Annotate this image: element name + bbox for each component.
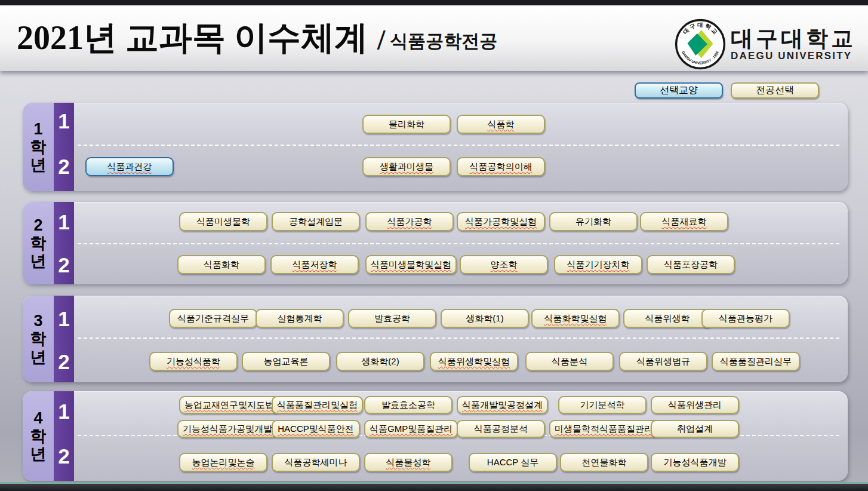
semester-number-2: 2 — [54, 154, 74, 179]
course-button[interactable]: 식품관능평가 — [701, 309, 790, 328]
course-label: 농업논리및논술 — [192, 457, 255, 468]
course-button[interactable]: 식품분석 — [525, 352, 614, 371]
semester-number-1: 1 — [54, 399, 74, 424]
course-button[interactable]: 기능성식품개발 — [651, 453, 739, 472]
course-button[interactable]: 공학설계입문 — [272, 212, 360, 231]
course-button[interactable]: 식품GMP및품질관리 — [364, 420, 458, 438]
semester-number-2: 2 — [54, 444, 74, 469]
legend-label: 전공선택 — [756, 84, 794, 97]
semester-number-1: 1 — [54, 109, 74, 134]
course-button[interactable]: 식품기준규격실무 — [169, 309, 257, 328]
course-button[interactable]: 식품저장학 — [270, 255, 359, 274]
course-label: 기능성식품개발 — [664, 457, 727, 468]
course-label: 기능성식품학 — [167, 356, 220, 367]
year-label-2: 2학년 — [23, 202, 54, 284]
logo-korean-name: 대구대학교 — [731, 27, 856, 51]
course-button[interactable]: 농업논리및논술 — [179, 453, 267, 472]
course-label: 생활과미생물 — [380, 161, 433, 173]
course-label: 식품품질관리실무 — [720, 356, 792, 367]
course-button[interactable]: 식품개발및공정설계 — [457, 396, 548, 414]
course-button[interactable]: 유기화학 — [549, 212, 638, 231]
course-button[interactable]: 식품미생물학 — [179, 212, 267, 231]
course-button[interactable]: 발효공학 — [348, 309, 436, 328]
course-label: 식품가공학 — [387, 216, 432, 228]
course-button[interactable]: 식품공정분석 — [457, 420, 545, 438]
semester-divider-line — [78, 145, 839, 146]
course-label: 식품물성학 — [386, 457, 431, 468]
course-button[interactable]: HACCP및식품안전 — [272, 420, 360, 438]
course-button[interactable]: 양조학 — [460, 255, 548, 274]
course-label: 식품저장학 — [293, 259, 337, 271]
course-button[interactable]: 식품가공학및실험 — [457, 212, 545, 231]
course-label: 농업교재연구및지도법 — [184, 400, 274, 411]
course-button[interactable]: 식품기기장치학 — [554, 255, 642, 274]
course-button[interactable]: 실험통계학 — [256, 309, 344, 328]
course-label: 식품위생관리 — [668, 400, 722, 411]
course-button[interactable]: 식품미생물학및실험 — [365, 255, 457, 274]
course-button[interactable]: 식품공학의이해 — [457, 157, 545, 176]
course-label: 식품개발및공정설계 — [462, 400, 543, 411]
course-button[interactable]: 식품위생법규 — [619, 352, 707, 371]
course-label: 식품위생학및실험 — [438, 356, 510, 367]
course-label: 식품관능평가 — [719, 313, 772, 324]
semester-number-2: 2 — [54, 349, 74, 375]
course-label: 식품공학의이해 — [470, 161, 533, 173]
course-button[interactable]: HACCP 실무 — [469, 453, 557, 472]
course-label: 식품화학 — [204, 259, 239, 271]
course-button[interactable]: 식품위생관리 — [651, 396, 739, 414]
course-button[interactable]: 기능성식품가공및개발 — [177, 420, 278, 438]
course-label: 식품기기장치학 — [567, 259, 630, 271]
course-button[interactable]: 식품재료학 — [640, 212, 728, 231]
course-label: 식품공정분석 — [474, 424, 528, 435]
year-label-1: 1학년 — [23, 103, 54, 191]
course-button[interactable]: 생활과미생물 — [362, 157, 451, 176]
course-button[interactable]: 식품학 — [457, 115, 545, 134]
course-button[interactable]: 식품물성학 — [364, 453, 453, 472]
course-button[interactable]: 기기분석학 — [558, 396, 647, 414]
course-label: 식품미생물학 — [196, 216, 250, 228]
page-subtitle-major: 식품공학전공 — [390, 29, 497, 54]
course-button[interactable]: 천연물화학 — [560, 453, 648, 472]
course-button[interactable]: 식품공학세미나 — [272, 453, 360, 472]
university-seal-icon: 대 구 대 학 교 DAEGU UNIVERSITY · 1956 — [675, 19, 726, 70]
course-button[interactable]: 식품품질관리실무 — [712, 352, 800, 371]
course-button[interactable]: 농업교육론 — [242, 352, 330, 371]
legend-label: 선택교양 — [660, 84, 698, 97]
course-button[interactable]: 식품품질관리및실험 — [272, 396, 363, 414]
course-button[interactable]: 식품화학및실험 — [531, 309, 620, 328]
course-button[interactable]: 생화학(2) — [336, 352, 424, 371]
course-label: 생화학(1) — [466, 313, 503, 324]
course-button[interactable]: 식품위생학및실험 — [430, 352, 518, 371]
legend-major-elective-button[interactable]: 전공선택 — [731, 82, 819, 99]
course-label: 식품기준규격실무 — [177, 313, 249, 324]
course-button[interactable]: 물리화학 — [362, 115, 451, 134]
legend-elective-liberal-button[interactable]: 선택교양 — [635, 82, 723, 99]
course-button[interactable]: 취업설계 — [651, 420, 739, 438]
course-label: 식품위생학 — [645, 313, 690, 324]
course-label: 식품포장공학 — [664, 259, 718, 271]
course-button[interactable]: 식품위생학 — [623, 309, 712, 328]
course-button[interactable]: 미생물학적식품품질관리 — [549, 420, 658, 438]
course-label: 식품위생법규 — [636, 356, 690, 367]
course-button[interactable]: 식품포장공학 — [647, 255, 735, 274]
course-label: 기능성식품가공및개발 — [183, 424, 272, 435]
course-button[interactable]: 농업교재연구및지도법 — [179, 396, 279, 414]
course-button[interactable]: 식품화학 — [177, 255, 266, 274]
year-band-4: 4학년12농업교재연구및지도법식품품질관리및실험발효효소공학식품개발및공정설계기… — [23, 391, 848, 481]
year-label-3: 3학년 — [23, 296, 54, 382]
course-label: 발효공학 — [374, 313, 410, 324]
course-label: 유기화학 — [575, 216, 611, 228]
top-border-bar — [0, 0, 868, 5]
course-button[interactable]: 식품가공학 — [365, 212, 454, 231]
logo-wordmark: 대구대학교 DAEGU UNIVERSITY — [731, 27, 856, 62]
course-button[interactable]: 기능성식품학 — [149, 352, 238, 371]
course-label: 식품재료학 — [662, 216, 707, 228]
course-button[interactable]: 생화학(1) — [441, 309, 529, 328]
course-button[interactable]: 발효효소공학 — [364, 396, 453, 414]
course-label: 식품GMP및품질관리 — [370, 424, 453, 435]
course-label: 취업설계 — [677, 424, 713, 435]
course-label: 천연물화학 — [582, 457, 627, 468]
course-button[interactable]: 식품과건강 — [85, 157, 174, 176]
course-label: 식품과건강 — [107, 161, 152, 173]
semester-divider-line — [78, 243, 839, 244]
